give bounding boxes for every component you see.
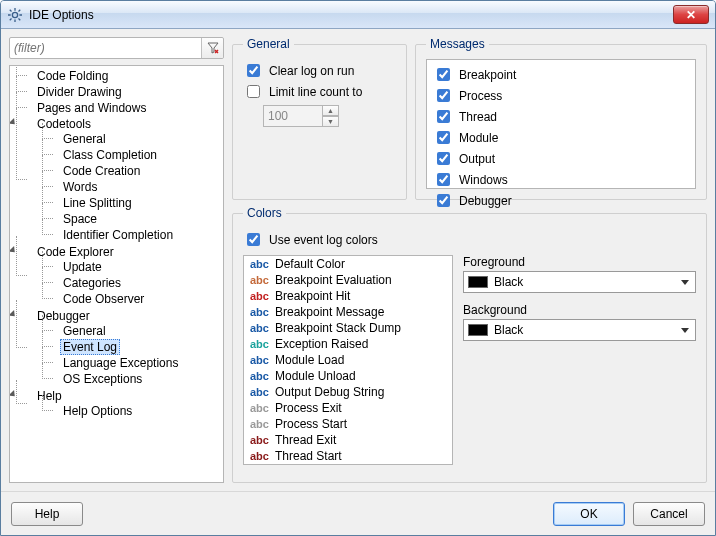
abc-icon: abc — [250, 258, 269, 270]
color-item[interactable]: abcDefault Color — [244, 256, 452, 272]
color-item[interactable]: abcProcess Start — [244, 416, 452, 432]
abc-icon: abc — [250, 338, 269, 350]
tree-item-ct-codecreation[interactable]: Code Creation — [48, 163, 223, 179]
limit-lines-input[interactable] — [247, 85, 260, 98]
use-event-log-colors-input[interactable] — [247, 233, 260, 246]
color-item[interactable]: abcModule Unload — [244, 368, 452, 384]
message-item-process[interactable]: Process — [433, 86, 689, 105]
limit-lines-checkbox[interactable]: Limit line count to — [243, 82, 396, 101]
foreground-select[interactable]: Black — [463, 271, 696, 293]
tree-item-dbg-general[interactable]: General — [48, 323, 223, 339]
chevron-down-icon[interactable] — [10, 310, 18, 319]
clear-log-input[interactable] — [247, 64, 260, 77]
tree-item-ct-words[interactable]: Words — [48, 179, 223, 195]
color-side: Foreground Black Background Black — [463, 255, 696, 472]
color-item[interactable]: abcProcess Exit — [244, 400, 452, 416]
tree-item-dbg-eventlog[interactable]: Event Log — [48, 339, 223, 355]
color-item[interactable]: abcThread Start — [244, 448, 452, 464]
color-item[interactable]: abcBreakpoint Evaluation — [244, 272, 452, 288]
color-item[interactable]: abcException Raised — [244, 336, 452, 352]
messages-legend: Messages — [426, 37, 489, 51]
help-button[interactable]: Help — [11, 502, 83, 526]
spin-up-icon[interactable]: ▲ — [323, 105, 339, 116]
message-checkbox[interactable] — [437, 173, 450, 186]
tree-item-help[interactable]: Help Help Options — [22, 388, 223, 420]
tree-item-debugger[interactable]: Debugger General Event Log Language Exce… — [22, 308, 223, 388]
color-item[interactable]: abcOutput Debug String — [244, 384, 452, 400]
color-item[interactable]: abcThread Exit — [244, 432, 452, 448]
messages-group: Messages BreakpointProcessThreadModuleOu… — [415, 37, 707, 200]
options-tree[interactable]: Code Folding Divider Drawing Pages and W… — [9, 65, 224, 483]
tree-item-ct-linesplit[interactable]: Line Splitting — [48, 195, 223, 211]
tree-item-ct-ident[interactable]: Identifier Completion — [48, 227, 223, 243]
chevron-down-icon[interactable] — [10, 246, 18, 255]
color-item[interactable]: abcBreakpoint Hit — [244, 288, 452, 304]
tree-item-pages-windows[interactable]: Pages and Windows — [22, 100, 223, 116]
tree-item-help-options[interactable]: Help Options — [48, 403, 223, 419]
limit-value-input — [263, 105, 323, 127]
colors-group: Colors Use event log colors abcDefault C… — [232, 206, 707, 483]
tree-item-ct-space[interactable]: Space — [48, 211, 223, 227]
dialog-window: IDE Options ✕ Code Folding Divider Drawi… — [0, 0, 716, 536]
close-button[interactable]: ✕ — [673, 5, 709, 24]
tree-item-ce-update[interactable]: Update — [48, 259, 223, 275]
foreground-swatch — [468, 276, 488, 288]
ok-button[interactable]: OK — [553, 502, 625, 526]
background-select[interactable]: Black — [463, 319, 696, 341]
tree-item-ct-class[interactable]: Class Completion — [48, 147, 223, 163]
abc-icon: abc — [250, 274, 269, 286]
filter-clear-button[interactable] — [201, 38, 223, 58]
use-event-log-colors-checkbox[interactable]: Use event log colors — [243, 230, 696, 249]
message-item-thread[interactable]: Thread — [433, 107, 689, 126]
tree-item-ce-categories[interactable]: Categories — [48, 275, 223, 291]
svg-line-6 — [19, 18, 21, 20]
tree-item-ce-observer[interactable]: Code Observer — [48, 291, 223, 307]
spin-down-icon[interactable]: ▼ — [323, 116, 339, 127]
tree-item-code-folding[interactable]: Code Folding — [22, 68, 223, 84]
button-bar: Help OK Cancel — [1, 491, 715, 535]
message-item-windows[interactable]: Windows — [433, 170, 689, 189]
message-checkbox[interactable] — [437, 152, 450, 165]
color-item[interactable]: abcModule Load — [244, 352, 452, 368]
tree-item-codetools[interactable]: Codetools General Class Completion Code … — [22, 116, 223, 244]
abc-icon: abc — [250, 370, 269, 382]
chevron-down-icon[interactable] — [10, 390, 18, 399]
titlebar: IDE Options ✕ — [1, 1, 715, 29]
abc-icon: abc — [250, 386, 269, 398]
message-checkbox[interactable] — [437, 131, 450, 144]
message-item-output[interactable]: Output — [433, 149, 689, 168]
general-group: General Clear log on run Limit line coun… — [232, 37, 407, 200]
left-pane: Code Folding Divider Drawing Pages and W… — [9, 37, 224, 483]
color-item[interactable]: abcBreakpoint Stack Dump — [244, 320, 452, 336]
filter-input[interactable] — [9, 37, 224, 59]
colors-legend: Colors — [243, 206, 286, 220]
tree-item-ct-general[interactable]: General — [48, 131, 223, 147]
dialog-body: Code Folding Divider Drawing Pages and W… — [1, 29, 715, 491]
message-item-module[interactable]: Module — [433, 128, 689, 147]
abc-icon: abc — [250, 434, 269, 446]
abc-icon: abc — [250, 418, 269, 430]
message-checkbox[interactable] — [437, 68, 450, 81]
tree-item-divider-drawing[interactable]: Divider Drawing — [22, 84, 223, 100]
message-checkbox[interactable] — [437, 89, 450, 102]
background-swatch — [468, 324, 488, 336]
messages-list[interactable]: BreakpointProcessThreadModuleOutputWindo… — [426, 59, 696, 189]
cancel-button[interactable]: Cancel — [633, 502, 705, 526]
abc-icon: abc — [250, 322, 269, 334]
tree-item-dbg-lang[interactable]: Language Exceptions — [48, 355, 223, 371]
svg-line-7 — [19, 9, 21, 11]
abc-icon: abc — [250, 450, 269, 462]
message-item-breakpoint[interactable]: Breakpoint — [433, 65, 689, 84]
tree-item-dbg-os[interactable]: OS Exceptions — [48, 371, 223, 387]
svg-point-0 — [12, 12, 17, 17]
chevron-down-icon[interactable] — [10, 118, 18, 127]
funnel-clear-icon — [207, 42, 219, 54]
top-row: General Clear log on run Limit line coun… — [232, 37, 707, 200]
clear-log-checkbox[interactable]: Clear log on run — [243, 61, 396, 80]
color-item[interactable]: abcBreakpoint Message — [244, 304, 452, 320]
message-checkbox[interactable] — [437, 110, 450, 123]
tree-item-code-explorer[interactable]: Code Explorer Update Categories Code Obs… — [22, 244, 223, 308]
color-event-list[interactable]: abcDefault ColorabcBreakpoint Evaluation… — [243, 255, 453, 465]
foreground-label: Foreground — [463, 255, 696, 269]
general-legend: General — [243, 37, 294, 51]
